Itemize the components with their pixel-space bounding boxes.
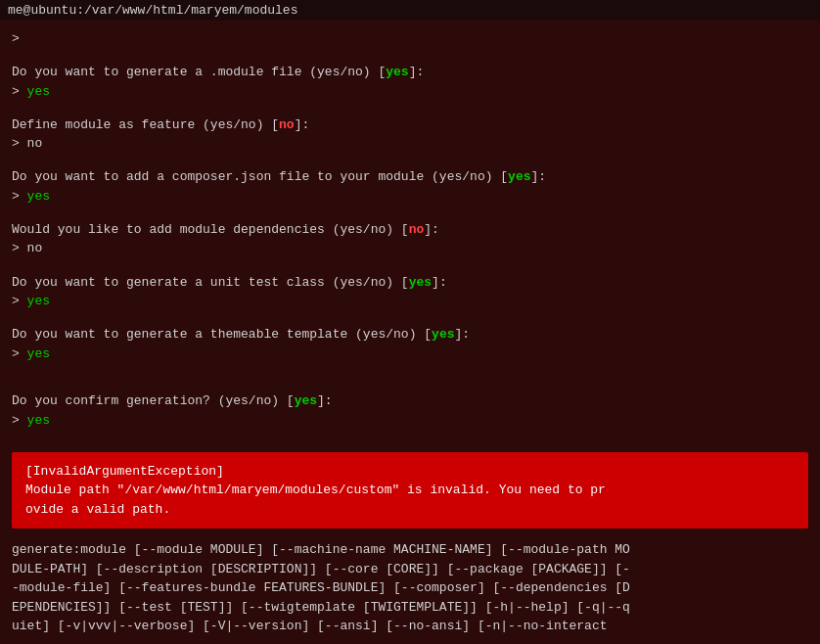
answer-yes-4: yes (27, 346, 50, 361)
error-line-2: Module path "/var/www/html/maryem/module… (25, 481, 795, 500)
answer-dependencies: > no (12, 239, 808, 258)
default-yes-2: yes (508, 169, 530, 184)
answer-yes-5: yes (27, 413, 50, 428)
title-bar: me@ubuntu:/var/www/html/maryem/modules (0, 0, 820, 22)
initial-prompt: > (12, 29, 808, 49)
title-text: me@ubuntu:/var/www/html/maryem/modules (8, 3, 297, 18)
question-template: Do you want to generate a themeable temp… (12, 325, 808, 345)
default-no-1: no (279, 117, 295, 132)
question-unit-test: Do you want to generate a unit test clas… (12, 273, 808, 293)
answer-no-1: no (27, 136, 43, 151)
answer-module-file: > yes (12, 82, 808, 102)
answer-yes-2: yes (27, 189, 50, 204)
default-yes-5: yes (295, 393, 317, 408)
answer-composer: > yes (12, 187, 808, 207)
answer-yes-1: yes (27, 84, 50, 99)
terminal-content[interactable]: > Do you want to generate a .module file… (0, 22, 820, 644)
error-line-1: [InvalidArgumentException] (25, 462, 795, 482)
question-composer: Do you want to add a composer.json file … (12, 167, 808, 187)
question-dependencies: Would you like to add module dependencie… (12, 220, 808, 240)
command-usage: generate:module [--module MODULE] [--mac… (12, 540, 808, 636)
answer-unit-test: > yes (12, 292, 808, 311)
answer-yes-3: yes (27, 294, 50, 308)
answer-no-2: no (27, 241, 43, 255)
question-feature: Define module as feature (yes/no) [no]: (12, 115, 808, 135)
answer-confirm: > yes (12, 411, 808, 431)
answer-feature: > no (12, 134, 808, 154)
question-module-file: Do you want to generate a .module file (… (12, 63, 808, 82)
default-yes-1: yes (386, 65, 408, 79)
terminal-window: me@ubuntu:/var/www/html/maryem/modules >… (0, 0, 820, 644)
question-confirm: Do you confirm generation? (yes/no) [yes… (12, 391, 808, 411)
error-line-3: ovide a valid path. (25, 500, 795, 520)
default-yes-4: yes (432, 327, 454, 342)
answer-template: > yes (12, 345, 808, 364)
error-box: [InvalidArgumentException] Module path "… (12, 452, 808, 529)
default-yes-3: yes (409, 275, 432, 290)
default-no-2: no (409, 222, 425, 237)
